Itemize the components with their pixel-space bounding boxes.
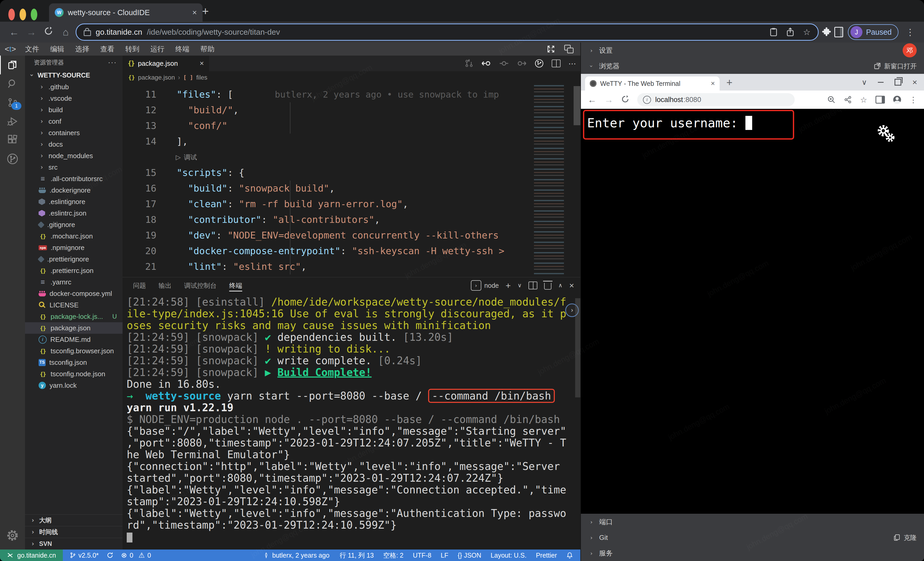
menu-item-运行[interactable]: 运行 <box>145 45 170 53</box>
file-item-.npmignore[interactable]: npm.npmignore <box>25 242 123 253</box>
next-change-icon[interactable] <box>517 59 526 68</box>
terminal[interactable]: [21:24:58] [esinstall] /home/ide/workspa… <box>123 293 580 549</box>
code-editor[interactable]: 11 "files": [butlerx, 2 years ago • use … <box>123 84 580 277</box>
split-terminal-icon[interactable] <box>528 281 537 289</box>
previous-change-icon[interactable] <box>481 59 491 68</box>
webview-tab-close-icon[interactable]: × <box>711 80 715 88</box>
file-item-node_modules[interactable]: ›node_modules <box>25 150 123 161</box>
info-icon[interactable]: i <box>643 96 651 104</box>
file-item-yarn.lock[interactable]: yyarn.lock <box>25 380 123 391</box>
file-item-docker-compose.yml[interactable]: docker-compose.yml <box>25 288 123 299</box>
clipboard-icon[interactable] <box>770 28 777 36</box>
file-item-docs[interactable]: ›docs <box>25 138 123 150</box>
notifications-bell-icon[interactable] <box>566 552 573 559</box>
webview-restore-icon[interactable] <box>894 79 902 86</box>
source-control-icon[interactable]: 1 <box>0 93 25 112</box>
sidebar-section-SVN[interactable]: ›SVN <box>25 538 123 549</box>
file-item-conf[interactable]: ›conf <box>25 116 123 127</box>
file-item-LICENSE[interactable]: LICENSE <box>25 299 123 311</box>
profile-chip[interactable]: J Paused <box>848 24 898 40</box>
status-item[interactable]: Layout: U.S. <box>490 552 526 559</box>
sidebar-section-大纲[interactable]: ›大纲 <box>25 514 123 526</box>
file-item-tsconfig.browser.json[interactable]: {}tsconfig.browser.json <box>25 345 123 357</box>
minimize-window-button[interactable] <box>20 9 26 20</box>
webview-close-icon[interactable]: × <box>912 78 917 87</box>
wetty-terminal[interactable]: Enter your username: <box>581 109 924 514</box>
file-item-containers[interactable]: ›containers <box>25 127 123 138</box>
webview-forward-icon[interactable]: → <box>604 95 613 105</box>
menu-item-转到[interactable]: 转到 <box>120 45 145 53</box>
zoom-window-button[interactable] <box>31 9 37 20</box>
user-avatar[interactable]: 邓 <box>903 43 917 57</box>
file-item-.dockerignore[interactable]: .dockerignore <box>25 185 123 196</box>
branch-indicator[interactable]: v2.5.0* <box>70 552 99 559</box>
panel-scrollbar[interactable] <box>575 298 580 397</box>
file-item-tsconfig.node.json[interactable]: {}tsconfig.node.json <box>25 368 123 380</box>
remote-indicator[interactable]: go.titanide.cn <box>0 549 63 561</box>
file-item-.yarnrc[interactable]: ≡.yarnrc <box>25 276 123 288</box>
new-tab-button[interactable]: + <box>202 5 209 18</box>
svn-update-icon[interactable] <box>534 59 544 68</box>
home-icon[interactable]: ⌂ <box>58 27 73 38</box>
webview-star-icon[interactable]: ☆ <box>860 95 867 104</box>
current-change-icon[interactable] <box>499 59 509 68</box>
close-window-button[interactable] <box>8 9 15 20</box>
browser-tab[interactable]: W wetty-source - CloudIDE × <box>49 3 202 22</box>
editor-scrollbar[interactable] <box>574 86 580 125</box>
status-item[interactable]: LF <box>441 552 448 559</box>
wetty-settings-gears-icon[interactable] <box>872 123 898 148</box>
file-item-build[interactable]: ›build <box>25 104 123 116</box>
kill-terminal-icon[interactable] <box>544 283 551 290</box>
status-item[interactable]: {} JSON <box>458 552 481 559</box>
webview-menu-icon[interactable]: ⋮ <box>909 95 917 104</box>
webview-back-icon[interactable]: ← <box>588 95 597 105</box>
webview-reload-icon[interactable] <box>621 95 629 104</box>
close-panel-icon[interactable]: × <box>569 281 574 290</box>
editor-more-icon[interactable]: ⋯ <box>568 59 576 68</box>
extensions-icon[interactable] <box>0 131 25 149</box>
file-item-package-lock.js...[interactable]: {}package-lock.js...U <box>25 311 123 322</box>
panel-tab-问题[interactable]: 问题 <box>127 277 152 293</box>
file-item-tsconfig.json[interactable]: TStsconfig.json <box>25 357 123 368</box>
file-item-.github[interactable]: ›.github <box>25 81 123 93</box>
file-item-.prettierignore[interactable]: .prettierignore <box>25 253 123 265</box>
webview-address-bar[interactable]: i localhost:8080 <box>637 93 795 106</box>
panel-tab-输出[interactable]: 输出 <box>152 277 178 293</box>
menu-item-终端[interactable]: 终端 <box>170 45 195 53</box>
forward-icon[interactable]: → <box>24 27 39 38</box>
problems-indicator[interactable]: ⊗0 ⚠0 <box>121 551 151 559</box>
file-item-.gitignore[interactable]: .gitignore <box>25 219 123 230</box>
open-new-window-button[interactable]: 新窗口打开 <box>874 62 917 71</box>
section-browser[interactable]: › 浏览器 新窗口打开 <box>581 58 924 74</box>
file-item-.eslintignore[interactable]: .eslintignore <box>25 196 123 208</box>
back-icon[interactable]: ← <box>7 27 21 38</box>
breadcrumb[interactable]: {} package.json › [ ] files <box>123 71 580 84</box>
terminal-shell-picker[interactable]: › node <box>471 280 499 291</box>
fullscreen-icon[interactable] <box>546 45 555 54</box>
webview-profile-icon[interactable] <box>893 96 901 104</box>
editor-tab-package-json[interactable]: {} package.json × <box>123 56 209 71</box>
file-item-.eslintrc.json[interactable]: .eslintrc.json <box>25 208 123 219</box>
bookmark-star-icon[interactable]: ☆ <box>803 27 811 37</box>
share-icon[interactable] <box>786 28 794 36</box>
file-item-.vscode[interactable]: ›.vscode <box>25 93 123 104</box>
webview-tab[interactable]: WeTTY - The Web Terminal × <box>585 77 720 90</box>
sidebar-section-时间线[interactable]: ›时间线 <box>25 526 123 538</box>
section-git[interactable]: › Git 克隆 <box>581 530 924 545</box>
section-ports[interactable]: › 端口 <box>581 514 924 530</box>
tab-close-icon[interactable]: × <box>192 8 197 17</box>
browser-sidebar-icon[interactable] <box>834 27 843 37</box>
codelens-debug[interactable]: ▷调试 <box>123 149 580 165</box>
status-item[interactable]: 空格: 2 <box>383 551 404 560</box>
section-settings[interactable]: › 设置 邓 <box>581 42 924 58</box>
explorer-more-icon[interactable]: ··· <box>108 58 117 66</box>
file-item-README.md[interactable]: iREADME.md <box>25 334 123 345</box>
split-editor-icon[interactable] <box>552 60 561 67</box>
address-bar[interactable]: go.titanide.cn /ide/web/coding/wetty-sou… <box>76 24 819 41</box>
file-item-package.json[interactable]: {}package.json <box>25 322 123 334</box>
settings-gear-icon[interactable] <box>0 526 25 545</box>
pull-request-icon[interactable] <box>465 59 474 68</box>
file-item-.mocharc.json[interactable]: {}.mocharc.json <box>25 230 123 242</box>
minimap[interactable] <box>534 85 573 275</box>
share-nodes-icon[interactable] <box>844 95 852 104</box>
